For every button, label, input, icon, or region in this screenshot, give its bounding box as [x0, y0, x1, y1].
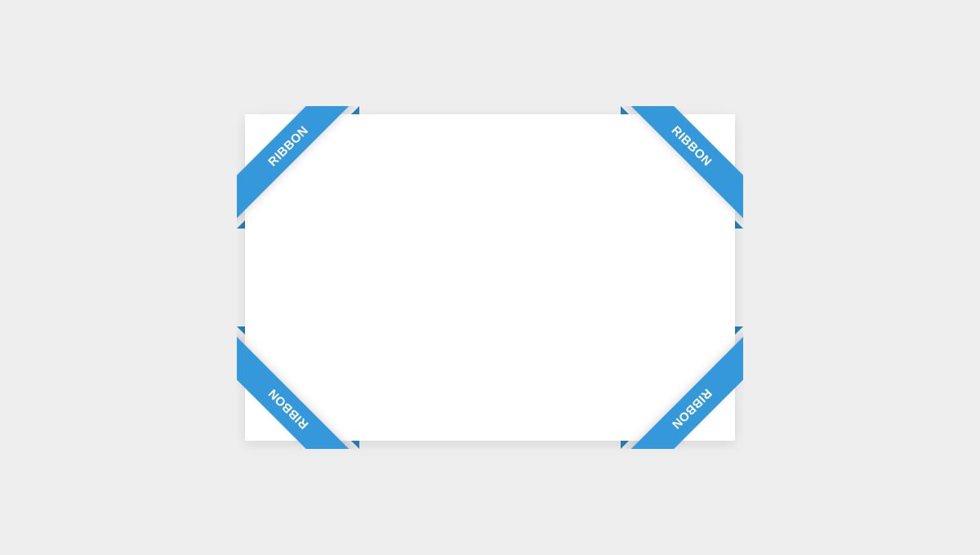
ribbon-label: RIBBON — [621, 106, 743, 221]
corner-ribbon-bottom-left: RIBBON — [237, 326, 359, 449]
card: RIBBON RIBBON RIBBON RIBBON — [245, 114, 735, 441]
corner-ribbon-top-left: RIBBON — [237, 106, 359, 229]
corner-ribbon-bottom-right: RIBBON — [621, 326, 743, 449]
ribbon-label: RIBBON — [621, 334, 743, 449]
corner-ribbon-top-right: RIBBON — [621, 106, 743, 229]
ribbon-label: RIBBON — [237, 106, 359, 221]
ribbon-label: RIBBON — [237, 334, 359, 449]
